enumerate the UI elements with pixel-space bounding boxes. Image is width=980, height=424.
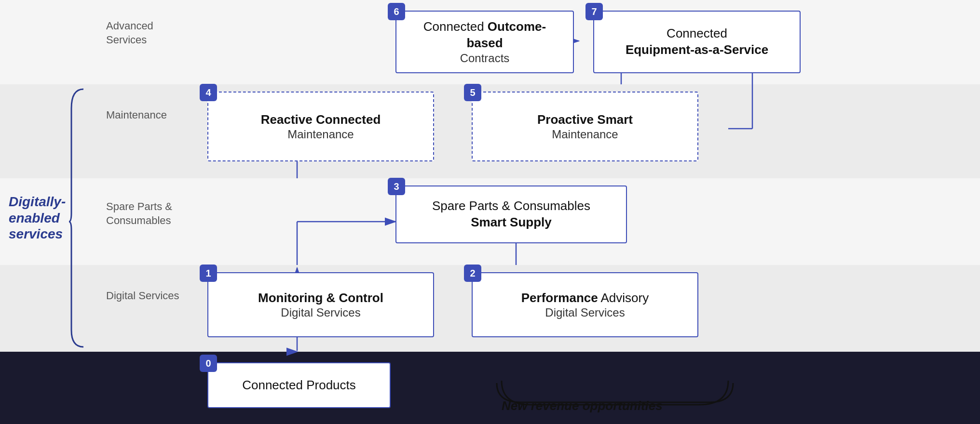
brace-icon bbox=[67, 84, 86, 352]
box-reactive-maintenance: 4 Reactive Connected Maintenance bbox=[207, 92, 434, 161]
badge-5: 5 bbox=[464, 84, 481, 101]
box3-title: Spare Parts & Consumables bbox=[432, 198, 590, 214]
box5-subtitle: Maintenance bbox=[552, 128, 618, 141]
row-connected bbox=[0, 352, 980, 424]
digitally-enabled-label: Digitally-enabledservices bbox=[9, 84, 57, 352]
box-outcome-based: 6 Connected Outcome-based Contracts bbox=[395, 11, 574, 73]
badge-4: 4 bbox=[200, 84, 217, 101]
box3-title-line1: Spare Parts & Consumables bbox=[432, 199, 590, 213]
box2-title-bold: Performance bbox=[521, 291, 598, 305]
badge-6: 6 bbox=[388, 3, 405, 20]
digitally-enabled-text: Digitally-enabledservices bbox=[9, 194, 57, 242]
label-spare: Spare Parts &Consumables bbox=[106, 200, 172, 227]
box6-title: Connected Outcome-based bbox=[406, 19, 563, 52]
box4-subtitle: Maintenance bbox=[287, 128, 354, 141]
label-digital: Digital Services bbox=[106, 289, 179, 303]
badge-3: 3 bbox=[388, 178, 405, 195]
box7-line1: Connected bbox=[667, 26, 727, 40]
badge-0: 0 bbox=[200, 355, 217, 372]
box7-title: Connected bbox=[667, 26, 727, 42]
box-connected-products: 0 Connected Products bbox=[207, 362, 391, 408]
box2-subtitle: Digital Services bbox=[545, 306, 625, 319]
box1-subtitle: Digital Services bbox=[281, 306, 360, 319]
label-advanced: AdvancedServices bbox=[106, 19, 153, 47]
box4-title-bold: Reactive Connected bbox=[261, 112, 381, 127]
box1-title-bold: Monitoring & Control bbox=[258, 291, 383, 305]
revenue-brace bbox=[492, 378, 738, 405]
box-monitoring-control: 1 Monitoring & Control Digital Services bbox=[207, 272, 434, 337]
badge-1: 1 bbox=[200, 265, 217, 282]
box3-title-bold: Smart Supply bbox=[471, 214, 552, 231]
box-equipment-as-service: 7 Connected Equipment-as-a-Service bbox=[593, 11, 801, 73]
box-proactive-maintenance: 5 Proactive Smart Maintenance bbox=[472, 92, 698, 161]
box6-line1: Connected bbox=[423, 19, 488, 34]
box-smart-supply: 3 Spare Parts & Consumables Smart Supply bbox=[395, 186, 627, 243]
label-maintenance: Maintenance bbox=[106, 108, 167, 122]
box5-title-bold: Proactive Smart bbox=[537, 112, 633, 127]
box6-line3: Contracts bbox=[460, 52, 510, 65]
box2-title: Performance Advisory bbox=[521, 290, 649, 306]
box4-title: Reactive Connected bbox=[261, 112, 381, 128]
box2-title-normal: Advisory bbox=[598, 291, 649, 305]
badge-2: 2 bbox=[464, 265, 481, 282]
box5-title: Proactive Smart bbox=[537, 112, 633, 128]
badge-7: 7 bbox=[585, 3, 603, 20]
box7-bold: Equipment-as-a-Service bbox=[626, 42, 768, 58]
box1-title: Monitoring & Control bbox=[258, 290, 383, 306]
box-performance-advisory: 2 Performance Advisory Digital Services bbox=[472, 272, 698, 337]
diagram-container: AdvancedServices Maintenance Spare Parts… bbox=[0, 0, 980, 424]
box0-title: Connected Products bbox=[242, 377, 356, 394]
